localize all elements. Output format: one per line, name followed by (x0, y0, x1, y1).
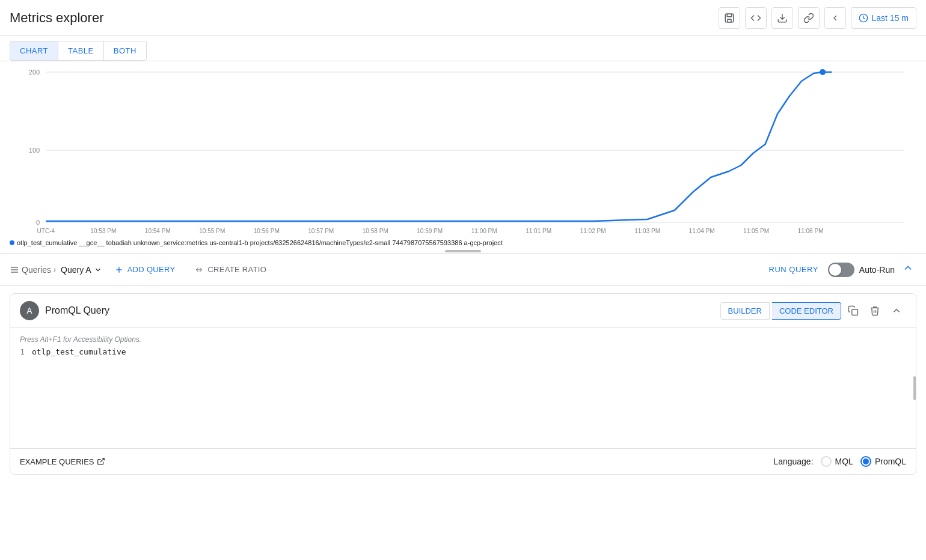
view-tabs: CHART TABLE BOTH (0, 36, 926, 61)
code-line: 1 otlp_test_cumulative (10, 346, 916, 358)
query-panel-header: A PromQL Query BUILDER CODE EDITOR (10, 294, 916, 328)
create-ratio-button[interactable]: CREATE RATIO (187, 261, 274, 278)
copy-icon-button[interactable] (844, 301, 863, 320)
mql-label: MQL (835, 457, 853, 466)
page-title: Metrics explorer (10, 10, 103, 26)
chart-area: 200 100 0 UTC-4 10:53 PM 10:54 PM 10:55 … (0, 61, 926, 254)
vertical-scrollbar[interactable] (913, 376, 916, 400)
scroll-bar[interactable] (445, 250, 481, 252)
svg-text:100: 100 (29, 147, 40, 154)
promql-radio-inner (863, 458, 869, 464)
svg-rect-0 (725, 14, 734, 22)
accessibility-hint: Press Alt+F1 for Accessibility Options. (10, 333, 916, 346)
line-number: 1 (10, 347, 32, 356)
add-query-label: ADD QUERY (127, 265, 176, 274)
svg-text:10:56 PM: 10:56 PM (254, 228, 280, 234)
query-name: Query A (61, 265, 91, 275)
query-panel: A PromQL Query BUILDER CODE EDITOR (10, 293, 916, 475)
svg-text:10:58 PM: 10:58 PM (363, 228, 388, 234)
toggle-switch[interactable] (828, 263, 854, 277)
header: Metrics explorer (0, 0, 926, 36)
auto-run-toggle[interactable]: Auto-Run (828, 263, 895, 277)
svg-text:11:02 PM: 11:02 PM (580, 228, 606, 234)
legend-dot (10, 240, 14, 245)
chart-svg: 200 100 0 UTC-4 10:53 PM 10:54 PM 10:55 … (10, 66, 916, 234)
tab-chart[interactable]: CHART (10, 41, 58, 61)
builder-tab-button[interactable]: BUILDER (720, 302, 770, 320)
svg-rect-33 (852, 309, 858, 315)
svg-text:10:54 PM: 10:54 PM (145, 228, 171, 234)
promql-option[interactable]: PromQL (860, 456, 906, 467)
back-icon-button[interactable] (824, 7, 846, 29)
language-label: Language: (773, 457, 813, 466)
svg-text:0: 0 (36, 219, 40, 226)
svg-line-34 (100, 458, 103, 462)
toggle-track (828, 263, 854, 277)
create-ratio-label: CREATE RATIO (207, 265, 266, 274)
mql-option[interactable]: MQL (821, 456, 853, 467)
run-query-button[interactable]: RUN QUERY (764, 261, 823, 278)
external-link-icon (97, 457, 105, 466)
query-toolbar: Queries › Query A ADD QUERY CREATE RATIO… (0, 254, 926, 286)
link-icon-button[interactable] (798, 7, 820, 29)
promql-label: PromQL (875, 457, 906, 466)
svg-text:11:03 PM: 11:03 PM (634, 228, 660, 234)
query-avatar: A (20, 301, 39, 320)
svg-text:10:59 PM: 10:59 PM (417, 228, 443, 234)
query-selector[interactable]: Query A (61, 265, 102, 275)
code-editor-tab-button[interactable]: CODE EDITOR (772, 302, 841, 320)
chart-legend: otlp_test_cumulative __gce__ tobadiah un… (10, 234, 916, 249)
svg-point-26 (820, 69, 826, 75)
scroll-indicator (10, 249, 916, 254)
delete-icon-button[interactable] (865, 301, 885, 320)
svg-rect-1 (727, 14, 732, 17)
save-icon-button[interactable] (719, 7, 740, 29)
ratio-icon (194, 265, 204, 275)
svg-text:UTC-4: UTC-4 (37, 228, 55, 234)
promql-radio[interactable] (860, 456, 871, 467)
query-panel-actions: BUILDER CODE EDITOR (720, 301, 906, 320)
code-content[interactable]: otlp_test_cumulative (32, 347, 126, 356)
download-icon-button[interactable] (771, 7, 793, 29)
chart-svg-container: 200 100 0 UTC-4 10:53 PM 10:54 PM 10:55 … (10, 66, 916, 234)
svg-text:200: 200 (29, 68, 40, 76)
svg-text:10:55 PM: 10:55 PM (199, 228, 225, 234)
query-panel-footer: EXAMPLE QUERIES Language: MQL PromQL (10, 448, 916, 474)
svg-text:10:53 PM: 10:53 PM (90, 228, 116, 234)
plus-icon (114, 265, 124, 275)
mql-radio[interactable] (821, 456, 832, 467)
query-panel-title: PromQL Query (45, 305, 720, 316)
tab-both[interactable]: BOTH (104, 41, 147, 61)
svg-text:11:04 PM: 11:04 PM (689, 228, 715, 234)
collapse-button[interactable] (900, 260, 916, 279)
svg-text:10:57 PM: 10:57 PM (308, 228, 334, 234)
svg-text:11:06 PM: 11:06 PM (798, 228, 824, 234)
queries-label: Queries (22, 265, 51, 275)
tab-table[interactable]: TABLE (58, 41, 104, 61)
menu-icon (10, 265, 19, 275)
legend-text: otlp_test_cumulative __gce__ tobadiah un… (17, 239, 503, 246)
run-query-label: RUN QUERY (769, 265, 818, 274)
queries-nav: Queries › (10, 265, 56, 275)
time-range-button[interactable]: Last 15 m (851, 7, 916, 29)
svg-text:11:01 PM: 11:01 PM (526, 228, 551, 234)
language-selector: Language: MQL PromQL (773, 456, 906, 467)
code-icon-button[interactable] (745, 7, 767, 29)
svg-text:11:05 PM: 11:05 PM (743, 228, 769, 234)
auto-run-label: Auto-Run (859, 265, 895, 275)
chevron-down-icon (94, 266, 102, 274)
header-actions: Last 15 m (719, 7, 916, 29)
time-range-label: Last 15 m (872, 13, 909, 23)
toggle-thumb (829, 264, 841, 276)
example-queries-link[interactable]: EXAMPLE QUERIES (20, 457, 105, 466)
svg-rect-2 (728, 19, 731, 22)
add-query-button[interactable]: ADD QUERY (107, 261, 183, 278)
example-queries-label: EXAMPLE QUERIES (20, 457, 94, 466)
queries-chevron-icon: › (54, 266, 56, 274)
svg-text:11:00 PM: 11:00 PM (471, 228, 497, 234)
code-editor-area[interactable]: Press Alt+F1 for Accessibility Options. … (10, 328, 916, 448)
collapse-panel-icon-button[interactable] (887, 301, 906, 320)
